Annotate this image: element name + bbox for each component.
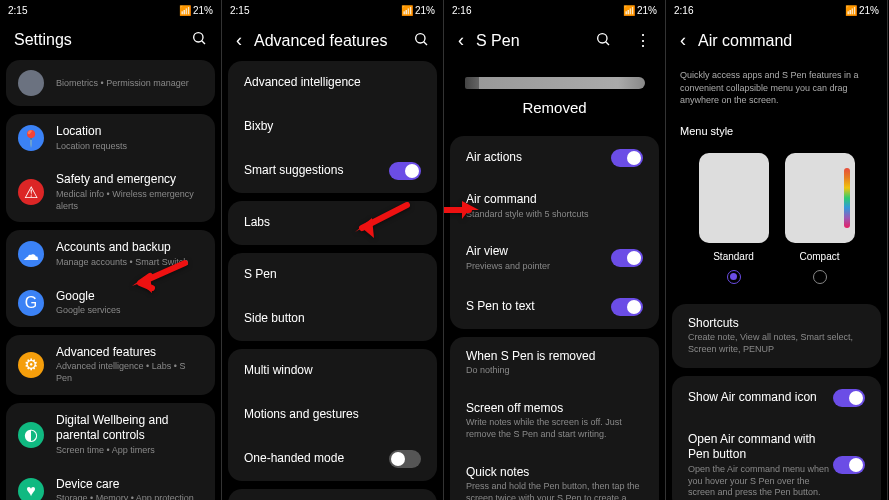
status-bar: 2:15 📶 21%	[222, 0, 443, 20]
status-bar: 2:16 📶 21%	[666, 0, 887, 20]
list-item-air-command[interactable]: Air commandStandard style with 5 shortcu…	[450, 180, 659, 232]
search-icon[interactable]	[191, 30, 207, 50]
list-item-multi-window[interactable]: Multi window	[228, 349, 437, 393]
toggle[interactable]	[611, 249, 643, 267]
accounts-icon: ☁	[18, 241, 44, 267]
list-item-side-button[interactable]: Side button	[228, 297, 437, 341]
page-title: Settings	[14, 31, 72, 49]
radio-compact[interactable]	[813, 270, 827, 284]
list-item-advanced-features[interactable]: ⚙Advanced featuresAdvanced intelligence …	[6, 335, 215, 395]
list-item-smart-suggestions[interactable]: Smart suggestions	[228, 149, 437, 193]
toggle[interactable]	[833, 389, 865, 407]
phone-advanced-features: 2:15 📶 21% ‹ Advanced features Advanced …	[222, 0, 444, 500]
svg-point-4	[598, 33, 607, 42]
list-item-location[interactable]: 📍LocationLocation requests	[6, 114, 215, 162]
page-title: S Pen	[476, 32, 520, 50]
header: ‹ Advanced features	[222, 20, 443, 61]
status-icons: 📶 21%	[179, 5, 213, 16]
card-compact[interactable]: Compact	[785, 153, 855, 284]
description: Quickly access apps and S Pen features i…	[666, 61, 887, 115]
s-pen-image	[465, 77, 645, 89]
phone-air-command: 2:16 📶 21% ‹ Air command Quickly access …	[666, 0, 888, 500]
search-icon[interactable]	[413, 31, 429, 51]
page-title: Advanced features	[254, 32, 387, 50]
advanced-icon: ⚙	[18, 352, 44, 378]
header: ‹ Air command	[666, 20, 887, 61]
status-bar: 2:15 📶 21%	[0, 0, 221, 20]
back-icon[interactable]: ‹	[458, 30, 464, 51]
card-preview	[699, 153, 769, 243]
list-item-advanced-intelligence[interactable]: Advanced intelligence	[228, 61, 437, 105]
phone-settings: 2:15 📶 21% Settings Biometrics • Permiss…	[0, 0, 222, 500]
list-item-device-care[interactable]: ♥Device careStorage • Memory • App prote…	[6, 467, 215, 500]
svg-line-3	[424, 41, 427, 44]
toggle[interactable]	[389, 162, 421, 180]
list-item-motions[interactable]: Motions and gestures	[228, 393, 437, 437]
more-icon[interactable]: ⋮	[635, 31, 651, 50]
list-item-safety[interactable]: ⚠Safety and emergencyMedical info • Wire…	[6, 162, 215, 222]
search-icon[interactable]	[595, 31, 611, 51]
menu-style-cards: Standard Compact	[666, 143, 887, 294]
list-item-one-handed[interactable]: One-handed mode	[228, 437, 437, 481]
list-item-accounts[interactable]: ☁Accounts and backupManage accounts • Sm…	[6, 230, 215, 278]
location-icon: 📍	[18, 125, 44, 151]
header: Settings	[0, 20, 221, 60]
list-item-air-view[interactable]: Air viewPreviews and pointer	[450, 232, 659, 284]
page-title: Air command	[698, 32, 792, 50]
status-icons: 📶 21%	[845, 5, 879, 16]
phone-s-pen: 2:16 📶 21% ‹ S Pen ⋮ Removed Air actions…	[444, 0, 666, 500]
list-item-google[interactable]: GGoogleGoogle services	[6, 279, 215, 327]
radio-standard[interactable]	[727, 270, 741, 284]
status-icons: 📶 21%	[623, 5, 657, 16]
wellbeing-icon: ◐	[18, 422, 44, 448]
toggle[interactable]	[611, 149, 643, 167]
list-item-air-actions[interactable]: Air actions	[450, 136, 659, 180]
status-icons: 📶 21%	[401, 5, 435, 16]
status-time: 2:16	[452, 5, 471, 16]
status-bar: 2:16 📶 21%	[444, 0, 665, 20]
menu-style-label: Menu style	[666, 115, 887, 143]
toggle[interactable]	[611, 298, 643, 316]
list-item-open-pen-button[interactable]: Open Air command with Pen buttonOpen the…	[672, 420, 881, 500]
card-preview	[785, 153, 855, 243]
list-item-show-icon[interactable]: Show Air command icon	[672, 376, 881, 420]
status-time: 2:15	[230, 5, 249, 16]
list-item[interactable]: Biometrics • Permission manager	[6, 60, 215, 106]
list-item-screenshots[interactable]: Screenshots and screen recordings	[228, 489, 437, 500]
list-item-bixby[interactable]: Bixby	[228, 105, 437, 149]
list-item-wellbeing[interactable]: ◐Digital Wellbeing and parental controls…	[6, 403, 215, 467]
toggle[interactable]	[833, 456, 865, 474]
status-time: 2:15	[8, 5, 27, 16]
google-icon: G	[18, 290, 44, 316]
svg-line-5	[606, 41, 609, 44]
toggle[interactable]	[389, 450, 421, 468]
device-care-icon: ♥	[18, 478, 44, 500]
safety-icon: ⚠	[18, 179, 44, 205]
s-pen-status: Removed	[444, 99, 665, 116]
back-icon[interactable]: ‹	[680, 30, 686, 51]
list-item-s-pen[interactable]: S Pen	[228, 253, 437, 297]
list-item-labs[interactable]: Labs	[228, 201, 437, 245]
svg-point-0	[194, 33, 203, 42]
status-time: 2:16	[674, 5, 693, 16]
security-icon	[18, 70, 44, 96]
card-standard[interactable]: Standard	[699, 153, 769, 284]
list-item-spen-to-text[interactable]: S Pen to text	[450, 285, 659, 329]
svg-point-2	[416, 33, 425, 42]
svg-line-1	[202, 41, 205, 44]
list-item-quick-notes[interactable]: Quick notesPress and hold the Pen button…	[450, 453, 659, 500]
list-item-when-removed[interactable]: When S Pen is removedDo nothing	[450, 337, 659, 389]
header: ‹ S Pen ⋮	[444, 20, 665, 61]
list-item-shortcuts[interactable]: ShortcutsCreate note, View all notes, Sm…	[672, 304, 881, 368]
back-icon[interactable]: ‹	[236, 30, 242, 51]
list-item-screen-off-memos[interactable]: Screen off memosWrite notes while the sc…	[450, 389, 659, 453]
